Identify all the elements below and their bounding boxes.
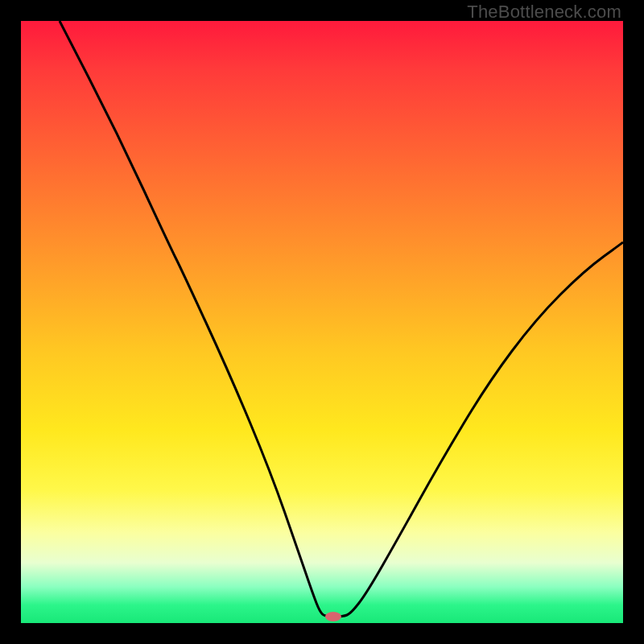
bottleneck-curve	[60, 21, 623, 617]
curve-layer	[21, 21, 623, 623]
plot-area	[21, 21, 623, 623]
bottleneck-marker	[325, 612, 341, 621]
watermark-text: TheBottleneck.com	[467, 2, 621, 23]
chart-frame: TheBottleneck.com	[0, 0, 644, 644]
